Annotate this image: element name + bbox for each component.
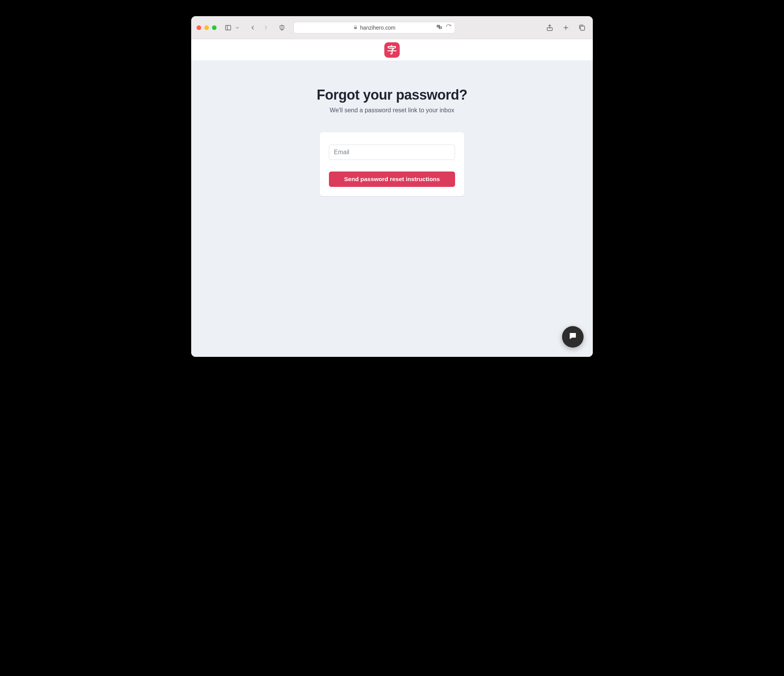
back-button[interactable] (247, 22, 258, 33)
window-fullscreen-button[interactable] (212, 25, 217, 30)
address-bar-url: hanzihero.com (360, 25, 395, 31)
tab-group-dropdown[interactable] (233, 22, 242, 33)
svg-rect-0 (225, 25, 231, 30)
new-tab-button[interactable] (560, 22, 571, 33)
main-content: Forgot your password? We'll send a passw… (191, 61, 593, 357)
email-field[interactable] (329, 145, 455, 160)
site-logo[interactable]: 字 (384, 42, 400, 58)
chat-icon (568, 331, 577, 342)
forward-button[interactable] (260, 22, 271, 33)
browser-window: hanzihero.com A文 (191, 16, 593, 357)
privacy-shield-button[interactable] (277, 22, 287, 33)
page-subtitle: We'll send a password reset link to your… (330, 107, 454, 114)
translate-icon[interactable]: A文 (436, 24, 442, 31)
svg-text:文: 文 (439, 27, 442, 29)
page: 字 Forgot your password? We'll send a pas… (191, 39, 593, 357)
page-title: Forgot your password? (317, 87, 467, 103)
chat-widget-button[interactable] (562, 326, 584, 348)
window-controls (197, 25, 217, 30)
site-logo-glyph: 字 (387, 44, 397, 56)
svg-rect-11 (580, 26, 585, 30)
site-header: 字 (191, 39, 593, 61)
reset-password-card: Send password reset instructions (320, 132, 464, 196)
sidebar-toggle-button[interactable] (224, 22, 233, 33)
window-close-button[interactable] (197, 25, 201, 30)
lock-icon (353, 25, 358, 31)
tab-overview-button[interactable] (577, 22, 587, 33)
address-bar[interactable]: hanzihero.com A文 (294, 22, 455, 33)
share-button[interactable] (544, 22, 555, 33)
window-minimize-button[interactable] (204, 25, 209, 30)
send-reset-button[interactable]: Send password reset instructions (329, 171, 455, 187)
svg-rect-3 (354, 27, 357, 29)
reload-icon[interactable] (445, 24, 452, 31)
browser-toolbar: hanzihero.com A文 (191, 16, 593, 39)
